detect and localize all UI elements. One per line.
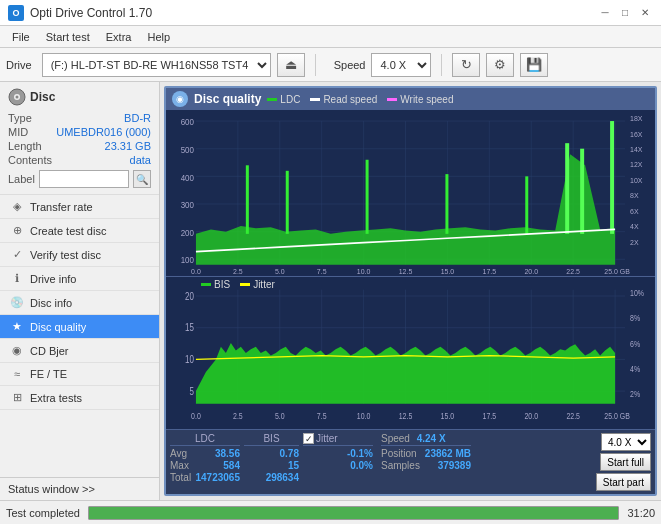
toolbar-separator: [315, 54, 316, 76]
legend-bis-label: BIS: [214, 279, 230, 290]
progress-bar: [88, 506, 619, 520]
app-icon: O: [8, 5, 24, 21]
legend-jitter-label: Jitter: [253, 279, 275, 290]
speed-test-dropdown[interactable]: 4.0 X 8.0 X: [601, 433, 651, 451]
svg-text:4%: 4%: [630, 364, 640, 374]
progress-bar-fill: [89, 507, 618, 519]
menu-file[interactable]: File: [4, 29, 38, 45]
svg-text:12.5: 12.5: [399, 266, 413, 275]
sidebar-item-cd-bjer[interactable]: ◉ CD Bjer: [0, 339, 159, 363]
svg-rect-21: [286, 171, 289, 234]
sidebar-item-disc-info[interactable]: 💿 Disc info: [0, 291, 159, 315]
ldc-stats: LDC Avg 38.56 Max 584 Total 14723065: [170, 433, 240, 491]
position-value: 23862 MB: [425, 448, 471, 459]
disc-mid-row: MID UMEBDR016 (000): [8, 126, 151, 138]
dq-panel-title: Disc quality: [194, 92, 261, 106]
content-area: ◉ Disc quality LDC Read speed Write spee…: [160, 82, 661, 500]
svg-text:500: 500: [181, 145, 195, 155]
toolbar-separator2: [441, 54, 442, 76]
svg-rect-24: [525, 176, 528, 234]
svg-text:20.0: 20.0: [524, 411, 538, 421]
menu-extra[interactable]: Extra: [98, 29, 140, 45]
position-label: Position: [381, 448, 417, 459]
svg-text:12.5: 12.5: [399, 411, 413, 421]
toolbar-btn3[interactable]: 💾: [520, 53, 548, 77]
svg-text:300: 300: [181, 200, 195, 210]
sidebar-item-drive-info[interactable]: ℹ Drive info: [0, 267, 159, 291]
sidebar-item-extra-tests[interactable]: ⊞ Extra tests: [0, 386, 159, 410]
svg-text:25.0 GB: 25.0 GB: [604, 266, 630, 275]
disc-length-label: Length: [8, 140, 42, 152]
sidebar-item-verify-test-disc[interactable]: ✓ Verify test disc: [0, 243, 159, 267]
app-title: Opti Drive Control 1.70: [30, 6, 152, 20]
sidebar-nav: ◈ Transfer rate ⊕ Create test disc ✓ Ver…: [0, 195, 159, 477]
drive-select[interactable]: (F:) HL-DT-ST BD-RE WH16NS58 TST4: [42, 53, 271, 77]
total-ldc-value: 14723065: [196, 472, 241, 483]
avg-label: Avg: [170, 448, 187, 459]
max-jitter-row: 0.0%: [303, 460, 373, 471]
minimize-button[interactable]: ─: [597, 5, 613, 21]
charts-area: 600 500 400 300 200 100 18X 16X 14X 12X …: [166, 110, 655, 429]
status-window[interactable]: Status window >>: [0, 477, 159, 500]
stats-area: LDC Avg 38.56 Max 584 Total 14723065: [166, 429, 655, 494]
svg-text:6%: 6%: [630, 339, 640, 349]
disc-type-value: BD-R: [124, 112, 151, 124]
svg-text:17.5: 17.5: [483, 411, 497, 421]
menu-start-test[interactable]: Start test: [38, 29, 98, 45]
avg-bis-row: 0.78: [244, 448, 299, 459]
max-label: Max: [170, 460, 189, 471]
menu-help[interactable]: Help: [139, 29, 178, 45]
total-bis-value: 298634: [266, 472, 299, 483]
max-bis-value: 15: [288, 460, 299, 471]
transfer-rate-label: Transfer rate: [30, 201, 93, 213]
svg-text:2X: 2X: [630, 238, 639, 247]
total-bis-row: 298634: [244, 472, 299, 483]
svg-text:10%: 10%: [630, 288, 644, 298]
sidebar-item-create-test-disc[interactable]: ⊕ Create test disc: [0, 219, 159, 243]
disc-type-label: Type: [8, 112, 32, 124]
jitter-header: ✓ Jitter: [303, 433, 373, 446]
extra-tests-icon: ⊞: [10, 391, 24, 404]
avg-jitter-value: -0.1%: [347, 448, 373, 459]
maximize-button[interactable]: □: [617, 5, 633, 21]
jitter-checkbox[interactable]: ✓: [303, 433, 314, 444]
close-button[interactable]: ✕: [637, 5, 653, 21]
svg-text:200: 200: [181, 228, 195, 238]
disc-type-row: Type BD-R: [8, 112, 151, 124]
drive-info-icon: ℹ: [10, 272, 24, 285]
bis-color-swatch: [201, 283, 211, 286]
svg-text:15.0: 15.0: [441, 411, 455, 421]
speed-select[interactable]: 4.0 X 8.0 X 2.0 X 1.0 X: [371, 53, 431, 77]
disc-quality-label: Disc quality: [30, 321, 86, 333]
svg-text:15.0: 15.0: [441, 266, 455, 275]
create-test-disc-icon: ⊕: [10, 224, 24, 237]
sidebar-item-transfer-rate[interactable]: ◈ Transfer rate: [0, 195, 159, 219]
sidebar-item-disc-quality[interactable]: ★ Disc quality: [0, 315, 159, 339]
speed-header: Speed 4.24 X: [381, 433, 471, 446]
start-full-button[interactable]: Start full: [600, 453, 651, 471]
toolbar-btn1[interactable]: ↻: [452, 53, 480, 77]
statusbar: Test completed 31:20: [0, 500, 661, 524]
sidebar-item-fe-te[interactable]: ≈ FE / TE: [0, 363, 159, 386]
speed-dropdown-row: 4.0 X 8.0 X: [601, 433, 651, 451]
total-ldc-row: Total 14723065: [170, 472, 240, 483]
disc-label-label: Label: [8, 173, 35, 185]
eject-button[interactable]: ⏏: [277, 53, 305, 77]
label-icon-btn[interactable]: 🔍: [133, 170, 151, 188]
disc-icon: [8, 88, 26, 106]
svg-text:600: 600: [181, 117, 195, 127]
disc-header: Disc: [8, 88, 151, 106]
drive-label: Drive: [6, 59, 32, 71]
start-part-button[interactable]: Start part: [596, 473, 651, 491]
drive-info-label: Drive info: [30, 273, 76, 285]
svg-text:4X: 4X: [630, 222, 639, 231]
disc-label-input[interactable]: [39, 170, 129, 188]
svg-text:5.0: 5.0: [275, 266, 285, 275]
status-text: Test completed: [6, 507, 80, 519]
window-controls: ─ □ ✕: [597, 5, 653, 21]
avg-bis-value: 0.78: [280, 448, 299, 459]
speed-stat-label: Speed: [381, 433, 410, 444]
svg-text:18X: 18X: [630, 114, 642, 123]
speed-stat-value: 4.24 X: [417, 433, 446, 444]
toolbar-btn2[interactable]: ⚙: [486, 53, 514, 77]
